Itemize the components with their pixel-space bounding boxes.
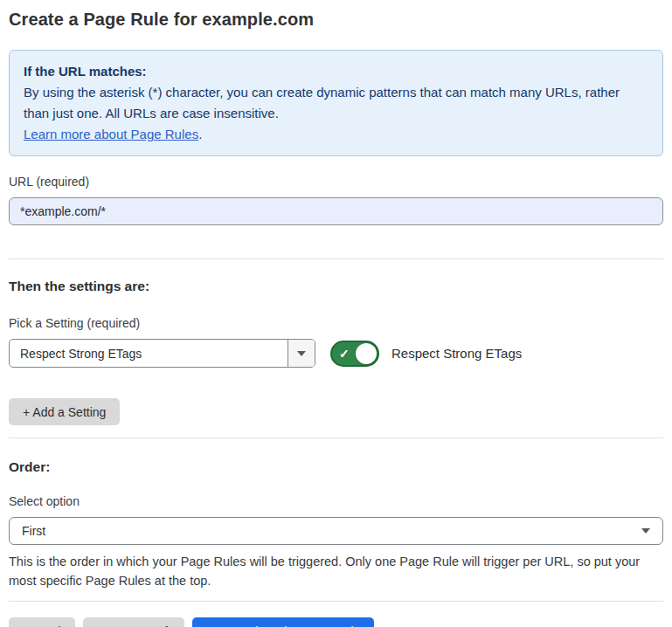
order-help-text: This is the order in which your Page Rul… [9,552,663,590]
info-box-body: By using the asterisk (*) character, you… [24,82,648,124]
info-box-link-line: Learn more about Page Rules. [24,124,648,145]
footer-actions: Cancel Save as Draft Save and Deploy Pag… [9,617,663,627]
url-match-info-box: If the URL matches: By using the asteris… [9,50,663,156]
chevron-down-icon [641,528,650,534]
toggle-label: Respect Strong ETags [391,346,522,361]
divider [9,601,663,602]
page-title: Create a Page Rule for example.com [9,7,663,31]
info-box-heading: If the URL matches: [24,61,648,82]
order-select-value: First [22,524,641,538]
order-select-label: Select option [9,493,663,509]
learn-more-link[interactable]: Learn more about Page Rules [24,127,198,141]
order-section-heading: Order: [9,458,663,476]
setting-select-dropdown-button[interactable] [288,340,315,367]
setting-select[interactable]: Respect Strong ETags [9,339,315,368]
setting-row: Respect Strong ETags ✓ Respect Strong ET… [9,339,663,368]
order-select[interactable]: First [9,517,663,545]
setting-select-value: Respect Strong ETags [10,340,288,367]
checkmark-icon: ✓ [339,348,350,360]
save-draft-button[interactable]: Save as Draft [83,617,185,627]
add-setting-button[interactable]: + Add a Setting [9,398,120,425]
cancel-button[interactable]: Cancel [9,617,75,627]
pick-setting-label: Pick a Setting (required) [9,315,663,331]
link-suffix: . [198,127,202,141]
setting-toggle[interactable]: ✓ [330,341,379,367]
divider [9,438,663,438]
url-input[interactable] [9,197,663,225]
toggle-knob [356,343,377,364]
save-deploy-button[interactable]: Save and Deploy Page Rule [192,617,374,627]
settings-section-heading: Then the settings are: [9,278,663,295]
chevron-down-icon [297,351,306,356]
url-field-label: URL (required) [9,174,663,189]
divider [9,258,663,259]
